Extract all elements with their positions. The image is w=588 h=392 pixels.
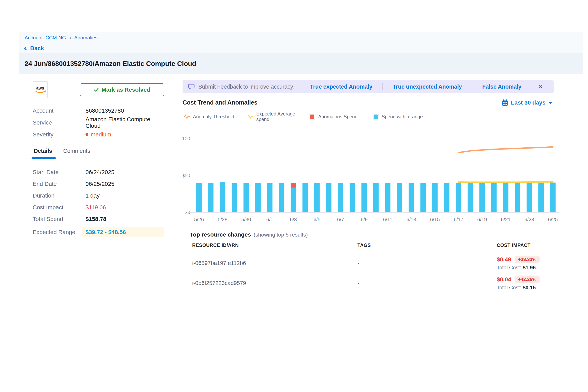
service-row: Service Amazon Elastic Compute Cloud xyxy=(33,117,164,128)
account-row: Account 868001352780 xyxy=(33,105,164,117)
feedback-prompt: Submit Feedback to improve accuracy: xyxy=(198,84,294,90)
start-date-row: Start Date 06/24/2025 xyxy=(33,168,164,176)
duration-row: Duration 1 day xyxy=(33,192,164,200)
date-range-label: Last 30 days xyxy=(511,99,546,106)
tags-value: - xyxy=(358,260,497,266)
svg-text:6/15: 6/15 xyxy=(430,216,440,222)
svg-text:6/17: 6/17 xyxy=(454,216,464,222)
column-header-resource: RESOURCE ID/ARN xyxy=(192,242,358,248)
legend-spend-within-range[interactable]: Spend within range xyxy=(373,114,436,120)
end-date-value: 06/25/2025 xyxy=(86,181,114,187)
svg-text:6/3: 6/3 xyxy=(290,216,297,222)
column-header-cost-impact: COST IMPACT xyxy=(497,242,560,248)
impact-change-badge: +42.26% xyxy=(515,276,540,283)
chevron-right-icon xyxy=(68,36,72,40)
legend-expected-average-spend[interactable]: Expected Average spend xyxy=(246,111,309,122)
impact-amount: $0.49 xyxy=(497,256,511,263)
svg-text:5/26: 5/26 xyxy=(194,216,204,222)
table-title: Top resource changes xyxy=(190,231,251,238)
square-swatch-icon xyxy=(373,114,378,120)
table-header-row: RESOURCE ID/ARN TAGS COST IMPACT xyxy=(182,242,560,253)
chart-header: Cost Trend and Anomalies Last 30 days xyxy=(182,99,560,106)
back-button[interactable]: Back xyxy=(24,45,583,52)
end-date-row: End Date 06/25/2025 xyxy=(33,180,164,188)
svg-text:6/13: 6/13 xyxy=(406,216,416,222)
resolve-button-label: Mark as Resolved xyxy=(102,86,150,93)
legend-anomaly-threshold[interactable]: Anomaly Threshold xyxy=(182,114,246,120)
total-cost-value: $1.96 xyxy=(523,265,536,270)
feedback-bar: Submit Feedback to improve accuracy: Tru… xyxy=(182,80,554,94)
cost-impact-value: $119.06 xyxy=(86,204,106,210)
title-bar: 24 Jun/868001352780/Amazon Elastic Compu… xyxy=(19,53,583,74)
svg-text:6/25: 6/25 xyxy=(548,216,558,222)
expected-range-value: $39.72 - $48.56 xyxy=(82,227,164,237)
table-row: i-0b6f257223cad9579 - $0.04 +42.26% Tota… xyxy=(182,273,560,293)
anomaly-detail-main: Submit Feedback to improve accuracy: Tru… xyxy=(182,80,560,293)
anomaly-summary-panel: aws Mark as Resolved Account 86800135278… xyxy=(19,74,175,241)
impact-amount: $0.04 xyxy=(497,276,511,283)
zigzag-line-icon xyxy=(182,114,190,119)
severity-dot-icon xyxy=(86,133,88,136)
breadcrumb-anomalies-link[interactable]: Anomalies xyxy=(74,35,98,41)
service-value: Amazon Elastic Compute Cloud xyxy=(86,116,164,129)
square-swatch-icon xyxy=(309,114,315,120)
chart-legend: Anomaly Threshold Expected Average spend… xyxy=(182,111,560,122)
tab-details[interactable]: Details xyxy=(33,148,53,158)
back-label: Back xyxy=(30,45,44,52)
calendar-icon xyxy=(502,99,508,106)
cost-impact-cell: $0.04 +42.26% Total Cost: $0.15 xyxy=(497,276,560,291)
page-title: 24 Jun/868001352780/Amazon Elastic Compu… xyxy=(24,60,196,68)
svg-text:6/5: 6/5 xyxy=(314,216,320,222)
feedback-options: True expected Anomaly True unexpected An… xyxy=(300,83,531,90)
chat-bubble-icon xyxy=(188,84,195,90)
cost-impact-row: Cost Impact $119.06 xyxy=(33,204,164,211)
legend-anomalous-spend[interactable]: Anomalous Spend xyxy=(309,114,373,120)
svg-text:aws: aws xyxy=(36,86,44,90)
severity-label: Severity xyxy=(33,131,86,138)
svg-text:6/1: 6/1 xyxy=(266,216,273,222)
chevron-down-icon xyxy=(548,102,552,104)
svg-text:6/19: 6/19 xyxy=(477,216,487,222)
total-spend-value: $158.78 xyxy=(86,216,106,222)
tab-comments[interactable]: Comments xyxy=(62,148,91,158)
svg-text:5/28: 5/28 xyxy=(218,216,228,222)
feedback-false-anomaly-button[interactable]: False Anomaly xyxy=(472,84,532,90)
feedback-true-unexpected-button[interactable]: True unexpected Anomaly xyxy=(383,84,472,90)
svg-text:6/9: 6/9 xyxy=(361,216,368,222)
service-label: Service xyxy=(33,119,86,126)
table-subtitle: (showing top 5 results) xyxy=(254,232,308,238)
total-cost-value: $0.15 xyxy=(523,285,536,290)
breadcrumb-account-link[interactable]: Account: CCM-NG xyxy=(24,35,66,41)
tags-value: - xyxy=(358,280,497,286)
panel-divider xyxy=(175,77,175,291)
check-icon xyxy=(94,87,99,92)
start-date-value: 06/24/2025 xyxy=(86,169,114,176)
cost-impact-cell: $0.49 +33.33% Total Cost: $1.96 xyxy=(497,256,560,271)
close-icon[interactable]: × xyxy=(538,83,543,91)
impact-change-badge: +33.33% xyxy=(515,256,540,263)
mark-as-resolved-button[interactable]: Mark as Resolved xyxy=(80,84,164,96)
aws-provider-logo: aws xyxy=(33,81,48,98)
cost-trend-chart[interactable]: $0$50$1005/265/285/306/16/36/56/76/96/11… xyxy=(182,127,560,230)
breadcrumb: Account: CCM-NG Anomalies xyxy=(24,35,583,41)
resource-id: i-06597ba197fe112b6 xyxy=(192,260,358,266)
anomaly-detail-page: Account: CCM-NG Anomalies Back 24 Jun/86… xyxy=(0,0,588,392)
resource-id: i-0b6f257223cad9579 xyxy=(192,280,358,286)
date-range-dropdown[interactable]: Last 30 days xyxy=(502,99,560,106)
severity-row: Severity medium xyxy=(33,128,164,140)
zigzag-line-icon xyxy=(246,114,253,119)
chevron-left-icon xyxy=(24,46,28,50)
feedback-true-expected-button[interactable]: True expected Anomaly xyxy=(300,84,382,90)
svg-text:5/30: 5/30 xyxy=(241,216,251,222)
total-spend-row: Total Spend $158.78 xyxy=(33,215,164,223)
table-row: i-06597ba197fe112b6 - $0.49 +33.33% Tota… xyxy=(182,253,560,273)
svg-text:6/7: 6/7 xyxy=(337,216,344,222)
svg-text:$100: $100 xyxy=(182,136,190,142)
svg-text:6/23: 6/23 xyxy=(524,216,534,222)
page-header: Account: CCM-NG Anomalies Back xyxy=(19,32,583,53)
column-header-tags: TAGS xyxy=(358,242,497,248)
svg-text:6/21: 6/21 xyxy=(501,216,510,222)
expected-range-row: Expected Range $39.72 - $48.56 xyxy=(33,227,164,237)
account-value: 868001352780 xyxy=(86,108,124,114)
account-label: Account xyxy=(33,108,86,114)
